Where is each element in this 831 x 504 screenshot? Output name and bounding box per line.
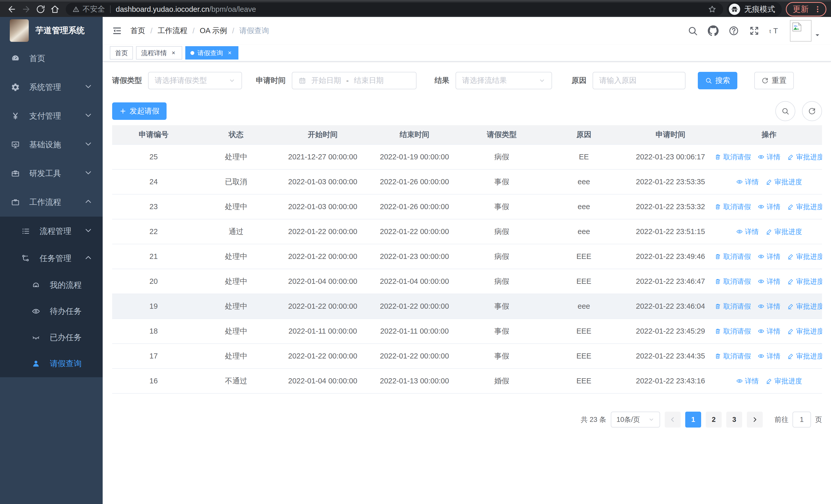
progress-link[interactable]: 审批进度 (787, 277, 822, 286)
sidebar-item-todo-tasks[interactable]: 待办任务 (0, 298, 103, 324)
apply-time-range-picker[interactable]: 开始日期 - 结束日期 (292, 72, 417, 89)
goto-page-input[interactable]: 1 (793, 412, 811, 427)
sidebar-item-payment[interactable]: 支付管理 (0, 101, 103, 130)
breadcrumb-item[interactable]: 工作流程 (157, 26, 188, 36)
app-logo[interactable]: 芋道管理系统 (0, 17, 103, 44)
detail-link[interactable]: 详情 (736, 377, 759, 386)
result-select[interactable]: 请选择流结果 (456, 72, 552, 89)
browser-reload-button[interactable] (33, 2, 48, 17)
sidebar-item-home[interactable]: 首页 (0, 44, 103, 73)
table-row: 20 处理中 2022-01-04 00:00:00 2022-01-04 00… (112, 269, 822, 294)
tab-请假查询[interactable]: 请假查询 × (185, 46, 238, 60)
tab-close-icon[interactable]: × (226, 49, 233, 56)
sidebar-item-task-mgmt[interactable]: 任务管理 (0, 245, 103, 272)
search-button[interactable]: 搜索 (698, 72, 737, 89)
sidebar-collapse-button[interactable] (109, 23, 125, 38)
detail-link[interactable]: 详情 (757, 327, 780, 336)
edit-icon (787, 153, 794, 160)
page-button-1[interactable]: 1 (685, 412, 701, 427)
delete-icon (716, 278, 721, 285)
view-icon (757, 353, 765, 359)
tab-流程详情[interactable]: 流程详情 × (136, 46, 182, 60)
progress-link[interactable]: 审批进度 (766, 377, 802, 386)
detail-link[interactable]: 详情 (757, 202, 780, 211)
sidebar-item-system[interactable]: 系统管理 (0, 73, 103, 101)
table-row: 21 处理中 2022-01-22 00:00:00 2022-01-23 00… (112, 244, 822, 269)
progress-link[interactable]: 审批进度 (787, 327, 822, 336)
tab-首页[interactable]: 首页 (110, 46, 133, 60)
leave-type-select[interactable]: 请选择请假类型 (148, 72, 242, 89)
reset-button[interactable]: 重置 (754, 72, 794, 89)
sidebar-item-workflow[interactable]: 工作流程 (0, 188, 103, 216)
fontsize-button[interactable]: tT (769, 25, 780, 36)
arrow-left-icon (669, 416, 676, 423)
sidebar-item-leave-query[interactable]: 请假查询 (0, 351, 103, 377)
fullscreen-button[interactable] (749, 25, 760, 36)
detail-link[interactable]: 详情 (757, 252, 780, 261)
github-button[interactable] (708, 25, 719, 36)
delete-icon (716, 253, 721, 260)
arrow-right-icon (751, 416, 758, 423)
view-icon (736, 228, 743, 235)
reason-input[interactable]: 请输入原因 (593, 72, 686, 89)
cell-actions: 取消请假详情审批进度 (716, 252, 822, 261)
cell-reason: EE (543, 153, 625, 161)
progress-link[interactable]: 审批进度 (766, 227, 802, 236)
browser-back-button[interactable] (5, 2, 19, 17)
tab-close-icon[interactable]: × (170, 49, 177, 56)
cell-actions: 取消请假详情审批进度 (716, 302, 822, 311)
detail-link[interactable]: 详情 (757, 152, 780, 162)
cancel-link[interactable]: 取消请假 (716, 152, 751, 162)
next-page-button[interactable] (747, 412, 763, 427)
help-button[interactable] (728, 25, 739, 36)
prev-page-button[interactable] (665, 412, 681, 427)
filter-row: 请假类型 请选择请假类型 申请时间 开始日期 - 结束日期 (112, 72, 822, 89)
header-search-button[interactable] (687, 25, 698, 36)
detail-link[interactable]: 详情 (757, 277, 780, 286)
progress-link[interactable]: 审批进度 (787, 152, 822, 162)
cancel-link[interactable]: 取消请假 (716, 327, 751, 336)
reason-label: 原因 (572, 76, 586, 86)
page-button-3[interactable]: 3 (726, 412, 742, 427)
progress-link[interactable]: 审批进度 (787, 302, 822, 311)
browser-forward-button[interactable] (19, 2, 33, 17)
cell-start: 2022-01-22 00:00:00 (277, 302, 368, 310)
cell-type: 婚假 (461, 376, 543, 386)
progress-link[interactable]: 审批进度 (766, 177, 802, 186)
browser-update-button[interactable]: 更新 (786, 2, 826, 17)
breadcrumb-item[interactable]: OA 示例 (200, 26, 227, 36)
progress-link[interactable]: 审批进度 (787, 252, 822, 261)
detail-link[interactable]: 详情 (757, 302, 780, 311)
cancel-link[interactable]: 取消请假 (716, 352, 751, 361)
sidebar-item-devtools[interactable]: 研发工具 (0, 159, 103, 188)
sidebar-item-done-tasks[interactable]: 已办任务 (0, 324, 103, 351)
browser-home-button[interactable] (48, 2, 62, 17)
user-avatar-menu[interactable] (790, 20, 821, 41)
detail-link[interactable]: 详情 (736, 227, 759, 236)
progress-link[interactable]: 审批进度 (787, 202, 822, 211)
detail-link[interactable]: 详情 (736, 177, 759, 186)
incognito-label: 无痕模式 (744, 4, 775, 14)
sidebar-item-infra[interactable]: 基础设施 (0, 130, 103, 159)
breadcrumb-item[interactable]: 首页 (131, 26, 145, 36)
cancel-link[interactable]: 取消请假 (716, 302, 751, 311)
cancel-link[interactable]: 取消请假 (716, 277, 751, 286)
detail-link[interactable]: 详情 (757, 352, 780, 361)
menu-dots-icon[interactable] (813, 5, 822, 13)
sidebar-item-process-mgmt[interactable]: 流程管理 (0, 217, 103, 245)
cell-id: 16 (112, 377, 195, 385)
page-size-select[interactable]: 10条/页 (611, 412, 660, 427)
goto-group: 前往 1 页 (775, 412, 822, 427)
refresh-table-button[interactable] (802, 101, 822, 121)
table-header-row: 申请编号状态开始时间结束时间请假类型原因申请时间操作 (112, 125, 822, 145)
toggle-search-button[interactable] (775, 101, 795, 121)
address-bar[interactable]: 不安全 dashboard.yudao.iocoder.cn/bpm/oa/le… (66, 3, 723, 16)
flow-list-icon (21, 227, 31, 236)
cancel-link[interactable]: 取消请假 (716, 202, 751, 211)
page-button-2[interactable]: 2 (706, 412, 722, 427)
sidebar-item-my-process[interactable]: 我的流程 (0, 272, 103, 298)
progress-link[interactable]: 审批进度 (787, 352, 822, 361)
create-leave-button[interactable]: 发起请假 (112, 102, 167, 120)
cancel-link[interactable]: 取消请假 (716, 252, 751, 261)
bookmark-star-icon[interactable] (708, 5, 717, 13)
